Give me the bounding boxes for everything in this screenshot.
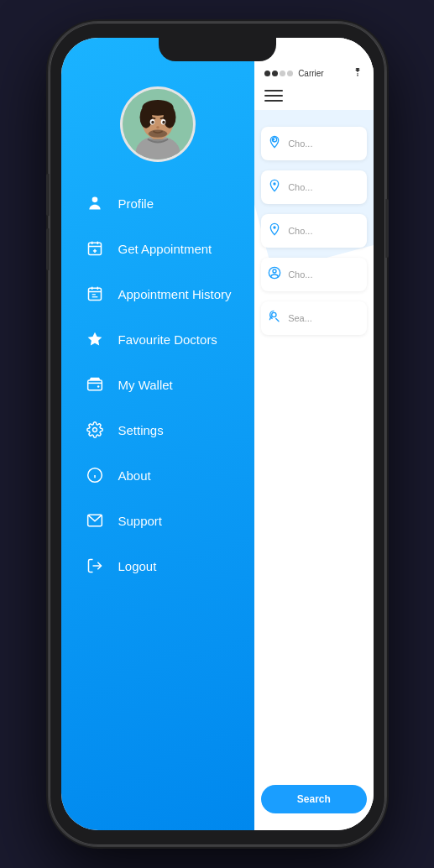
sidebar-item-label: My Wallet bbox=[118, 378, 173, 392]
svg-point-38 bbox=[273, 182, 275, 185]
location-person-icon bbox=[268, 135, 281, 152]
signal-dot-4 bbox=[287, 71, 293, 76]
svg-point-11 bbox=[156, 126, 159, 128]
svg-point-29 bbox=[92, 428, 97, 432]
card-text: Cho... bbox=[288, 226, 312, 236]
card-text: Cho... bbox=[288, 182, 312, 192]
hamburger-line-3 bbox=[264, 100, 283, 102]
cards-area: Cho... Cho... bbox=[254, 127, 373, 335]
list-item[interactable]: Cho... bbox=[261, 127, 366, 160]
sidebar-item-appointment-history[interactable]: Appointment History bbox=[70, 271, 255, 316]
svg-point-39 bbox=[273, 226, 275, 228]
avatar bbox=[120, 86, 196, 162]
hamburger-icon[interactable] bbox=[264, 90, 283, 102]
sidebar-item-logout[interactable]: Logout bbox=[70, 543, 255, 588]
info-icon bbox=[83, 463, 107, 487]
svg-point-12 bbox=[149, 130, 167, 138]
svg-marker-26 bbox=[87, 332, 102, 346]
sidebar-item-about[interactable]: About bbox=[70, 452, 255, 498]
star-icon bbox=[83, 327, 107, 351]
sidebar-item-get-appointment[interactable]: Get Appointment bbox=[70, 226, 255, 271]
card-text: Sea... bbox=[288, 313, 312, 323]
hamburger-line-2 bbox=[264, 95, 283, 97]
volume-down-button bbox=[46, 228, 50, 270]
person-icon bbox=[83, 191, 107, 215]
logout-icon bbox=[83, 554, 107, 578]
signal-dot-3 bbox=[280, 71, 285, 76]
svg-point-28 bbox=[97, 385, 99, 388]
envelope-icon bbox=[83, 509, 107, 532]
svg-point-41 bbox=[273, 269, 276, 273]
status-left: Carrier bbox=[264, 69, 324, 78]
location-icon bbox=[268, 179, 281, 196]
sidebar-item-settings[interactable]: Settings bbox=[70, 407, 255, 452]
sidebar-menu: Profile bbox=[61, 180, 255, 588]
sidebar-item-label: Logout bbox=[118, 559, 157, 573]
search-button-label: Search bbox=[297, 793, 331, 805]
sidebar-item-label: Profile bbox=[118, 196, 154, 211]
hamburger-line-1 bbox=[264, 90, 283, 92]
list-item[interactable]: Cho... bbox=[261, 214, 366, 248]
avatar-container bbox=[61, 86, 255, 162]
svg-point-13 bbox=[92, 197, 97, 203]
search-button[interactable]: Search bbox=[261, 785, 366, 813]
list-item[interactable]: Sea... bbox=[261, 301, 366, 335]
power-button bbox=[385, 199, 389, 258]
location-icon-2 bbox=[268, 222, 281, 239]
svg-point-5 bbox=[139, 107, 152, 128]
person-circle-icon bbox=[268, 266, 281, 283]
search-person-icon bbox=[268, 310, 281, 327]
signal-dot-1 bbox=[264, 71, 270, 76]
svg-rect-27 bbox=[87, 380, 102, 390]
list-item[interactable]: Cho... bbox=[261, 258, 366, 291]
right-panel: Carrier bbox=[254, 38, 373, 830]
svg-rect-14 bbox=[88, 243, 101, 254]
carrier-label: Carrier bbox=[298, 69, 324, 78]
sidebar-item-label: About bbox=[118, 468, 151, 483]
main-content: Cho... Cho... bbox=[254, 110, 373, 830]
calendar-history-icon bbox=[83, 282, 107, 306]
volume-up-button bbox=[46, 174, 50, 216]
phone-screen: Profile bbox=[61, 38, 374, 830]
list-item[interactable]: Cho... bbox=[261, 170, 366, 204]
sidebar-item-label: Favourite Doctors bbox=[118, 332, 217, 347]
wifi-icon bbox=[352, 68, 363, 78]
card-text: Cho... bbox=[288, 269, 312, 280]
gear-icon bbox=[83, 418, 107, 442]
svg-point-42 bbox=[272, 312, 276, 316]
hamburger-bar bbox=[254, 81, 373, 110]
svg-point-9 bbox=[151, 121, 154, 124]
calendar-plus-icon bbox=[83, 237, 107, 260]
signal-dots bbox=[264, 71, 293, 76]
sidebar: Profile bbox=[61, 38, 255, 830]
card-text: Cho... bbox=[288, 139, 312, 149]
sidebar-item-label: Get Appointment bbox=[118, 242, 212, 256]
svg-point-37 bbox=[272, 139, 275, 141]
phone-wrapper: Profile bbox=[50, 23, 385, 845]
phone-shell: Profile bbox=[50, 23, 385, 845]
sidebar-item-support[interactable]: Support bbox=[70, 498, 255, 543]
notch bbox=[159, 38, 276, 61]
svg-point-35 bbox=[357, 75, 358, 76]
sidebar-item-favourite-doctors[interactable]: Favourite Doctors bbox=[70, 316, 255, 362]
sidebar-item-label: Appointment History bbox=[118, 287, 232, 301]
wallet-icon bbox=[83, 373, 107, 396]
sidebar-item-profile[interactable]: Profile bbox=[70, 180, 255, 226]
svg-point-6 bbox=[163, 107, 175, 128]
svg-point-10 bbox=[162, 121, 165, 124]
sidebar-item-my-wallet[interactable]: My Wallet bbox=[70, 362, 255, 407]
sidebar-item-label: Settings bbox=[118, 423, 164, 437]
signal-dot-2 bbox=[272, 71, 278, 76]
sidebar-item-label: Support bbox=[118, 514, 163, 528]
